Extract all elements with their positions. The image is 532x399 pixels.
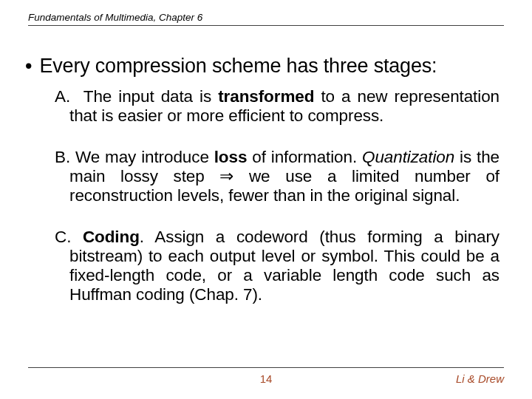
sub-item-c: C. Coding. Assign a codeword (thus formi…	[55, 228, 499, 304]
authors: Li & Drew	[456, 372, 504, 385]
sub-item-b-wrap: B. We may introduce loss of information.…	[55, 148, 499, 205]
bullet-icon: •	[25, 55, 32, 77]
page-number: 14	[260, 372, 273, 385]
sub-item-c-wrap: C. Coding. Assign a codeword (thus formi…	[55, 228, 499, 304]
main-bullet-row: • Every compression scheme has three sta…	[28, 55, 504, 77]
b-i1: Quantization	[362, 148, 454, 166]
c-b1: Coding	[83, 228, 140, 246]
header-rule	[28, 25, 504, 26]
header-title: Fundamentals of Multimedia, Chapter 6	[28, 12, 504, 25]
b-b1: loss	[214, 148, 248, 166]
slide-footer: 14 Li & Drew	[28, 367, 504, 387]
sub-item-a-wrap: A. The input data is transformed to a ne…	[55, 87, 499, 126]
slide-content: • Every compression scheme has three sta…	[28, 55, 504, 304]
a-bold: transformed	[218, 87, 314, 106]
a-pre: The input data is	[83, 87, 218, 106]
label-c: C.	[55, 228, 71, 246]
sub-item-b: B. We may introduce loss of information.…	[55, 148, 499, 205]
sub-item-a: A. The input data is transformed to a ne…	[55, 87, 499, 126]
label-b: B.	[55, 148, 70, 166]
footer-rule	[28, 367, 504, 368]
b-t1: We may introduce	[70, 148, 214, 166]
slide-header: Fundamentals of Multimedia, Chapter 6	[28, 12, 504, 26]
main-bullet-text: Every compression scheme has three stage…	[39, 55, 437, 77]
b-t2: of information.	[247, 148, 362, 166]
footer-row: 14 Li & Drew	[28, 372, 504, 387]
label-a: A.	[55, 87, 70, 106]
